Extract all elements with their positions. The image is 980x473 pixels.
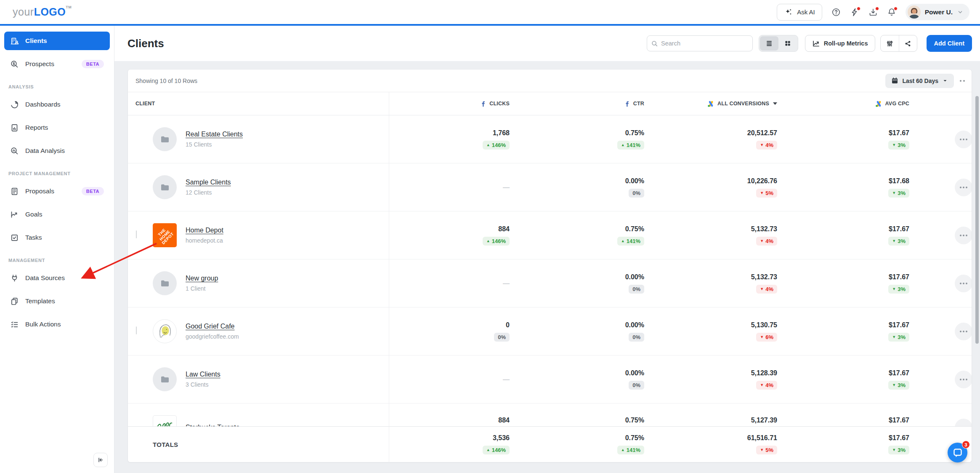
prospect-search-icon: [10, 60, 19, 69]
date-range-label: Last 60 Days: [902, 77, 938, 84]
grid-view-button[interactable]: [778, 36, 797, 51]
user-avatar: [908, 5, 921, 19]
sidebar-section-management: MANAGEMENT: [8, 258, 114, 263]
rollup-metrics-button[interactable]: Roll-up Metrics: [805, 35, 875, 52]
row-menu-button[interactable]: [955, 227, 972, 244]
goals-icon: [10, 210, 19, 219]
bell-icon[interactable]: [887, 8, 896, 17]
list-view-button[interactable]: [760, 36, 778, 51]
clicks-value: —: [503, 280, 510, 287]
sidebar-collapse-button[interactable]: [93, 453, 108, 467]
sidebar-item-bulk-actions[interactable]: Bulk Actions: [4, 315, 110, 334]
sidebar-item-clients[interactable]: Clients: [4, 32, 110, 50]
facebook-icon: [480, 101, 486, 107]
inbox-icon[interactable]: [868, 8, 878, 17]
delta-badge: ▲141%: [617, 141, 644, 150]
delta-badge: ▲141%: [617, 446, 644, 454]
help-icon[interactable]: [831, 8, 841, 17]
facebook-icon: [624, 101, 630, 107]
sidebar-item-data-analysis[interactable]: Data Analysis: [4, 142, 110, 160]
table-row[interactable]: THE HOME DEPOT Home Depothomedepot.ca 88…: [128, 211, 972, 259]
clients-table-card: Showing 10 of 10 Rows Last 60 Days CLIEN…: [127, 69, 972, 462]
sidebar-item-prospects[interactable]: Prospects BETA: [4, 55, 110, 73]
date-range-button[interactable]: Last 60 Days: [885, 74, 954, 88]
sidebar-item-reports[interactable]: Reports: [4, 118, 110, 137]
conversions-value: 5,132.73: [751, 273, 777, 281]
calendar-icon: [891, 77, 898, 84]
logo-text-your: your: [13, 6, 34, 18]
cpc-value: $17.67: [889, 321, 909, 329]
table-row[interactable]: New group1 Client — 0.00%0% 5,132.73▼4% …: [128, 259, 972, 307]
table-row-partial[interactable]: Starbucks Toronto 884 0.75% 5,127.39 $17…: [128, 404, 972, 426]
topbar: yourLOGOTM Ask AI: [0, 0, 980, 24]
column-header-clicks[interactable]: CLICKS: [389, 92, 520, 115]
clicks-value: 884: [498, 417, 510, 424]
row-menu-button[interactable]: [955, 179, 972, 196]
client-link[interactable]: Real Estate Clients: [186, 131, 243, 138]
delta-badge: 0%: [494, 333, 510, 342]
sidebar-section-analysis: ANALYSIS: [8, 84, 114, 89]
table-row[interactable]: Good Grief Cafegoodgriefcoffee.com 00% 0…: [128, 307, 972, 355]
filter-button[interactable]: [881, 35, 899, 51]
google-ads-icon: [707, 100, 714, 107]
sidebar-item-label: Data Sources: [25, 274, 65, 282]
clicks-value: —: [503, 376, 510, 383]
add-client-button[interactable]: Add Client: [927, 35, 972, 52]
cpc-value: $17.68: [889, 177, 909, 185]
row-menu-button[interactable]: [955, 323, 972, 340]
sidebar-item-proposals[interactable]: Proposals BETA: [4, 182, 110, 200]
client-link[interactable]: Law Clients: [186, 371, 220, 378]
cpc-value: $17.67: [889, 225, 909, 233]
whats-new-icon[interactable]: [850, 8, 859, 17]
share-button[interactable]: [899, 35, 917, 51]
row-checkbox[interactable]: [136, 230, 137, 238]
logo-trademark: TM: [66, 5, 72, 9]
sidebar-item-goals[interactable]: Goals: [4, 205, 110, 224]
delta-badge: ▼4%: [756, 141, 777, 150]
row-menu-button[interactable]: [955, 371, 972, 388]
sidebar-item-dashboards[interactable]: Dashboards: [4, 95, 110, 114]
conversions-value: 5,128.39: [751, 369, 777, 377]
app-logo: yourLOGOTM: [13, 6, 72, 18]
table-controls-row: Showing 10 of 10 Rows Last 60 Days: [128, 69, 972, 92]
ctr-value: 0.75%: [625, 417, 644, 424]
table-row[interactable]: Real Estate Clients15 Clients 1,768▲146%…: [128, 115, 972, 163]
sidebar-item-data-sources[interactable]: Data Sources: [4, 269, 110, 287]
client-link[interactable]: Sample Clients: [186, 179, 231, 186]
delta-badge: ▼3%: [888, 333, 909, 342]
conversions-value: 5,130.75: [751, 321, 777, 329]
user-menu[interactable]: Power U.: [906, 4, 969, 20]
row-menu-button[interactable]: [955, 419, 972, 427]
conversions-value: 20,512.57: [747, 129, 777, 137]
search-input[interactable]: [661, 40, 748, 47]
client-link[interactable]: Good Grief Cafe: [186, 323, 235, 330]
column-header-all-conversions[interactable]: ALL CONVERSIONS: [651, 92, 789, 115]
ask-ai-button[interactable]: Ask AI: [777, 4, 822, 21]
sidebar-item-label: Goals: [25, 211, 42, 218]
column-header-avg-cpc[interactable]: AVG CPC: [789, 92, 920, 115]
clicks-value: 884: [498, 225, 510, 233]
group-folder-avatar: [153, 271, 177, 295]
column-header-client[interactable]: CLIENT: [128, 92, 389, 115]
table-row[interactable]: Law Clients3 Clients — 0.00%0% 5,128.39▼…: [128, 355, 972, 404]
client-link[interactable]: Home Depot: [186, 227, 223, 234]
row-menu-button[interactable]: [955, 275, 972, 292]
sidebar-item-tasks[interactable]: Tasks: [4, 228, 110, 247]
plug-icon: [10, 274, 19, 283]
table-row[interactable]: Sample Clients12 Clients — 0.00%0% 10,22…: [128, 163, 972, 211]
client-link[interactable]: New group: [186, 275, 218, 282]
more-options-icon[interactable]: [959, 78, 966, 83]
ctr-value: 0.00%: [625, 177, 644, 185]
row-checkbox[interactable]: [136, 326, 137, 334]
column-header-ctr[interactable]: CTR: [520, 92, 651, 115]
vertical-scrollbar[interactable]: [975, 96, 979, 344]
chat-launcher[interactable]: 3: [948, 443, 967, 462]
sidebar-item-templates[interactable]: Templates: [4, 292, 110, 310]
search-icon: [651, 40, 658, 47]
totals-row: TOTALS 3,536▲146% 0.75%▲141% 61,516.71▼5…: [128, 426, 972, 462]
search-box: [647, 35, 753, 51]
client-subtitle: goodgriefcoffee.com: [186, 333, 239, 340]
client-subtitle: homedepot.ca: [186, 237, 223, 244]
cpc-value: $17.67: [889, 129, 909, 137]
row-menu-button[interactable]: [955, 131, 972, 148]
